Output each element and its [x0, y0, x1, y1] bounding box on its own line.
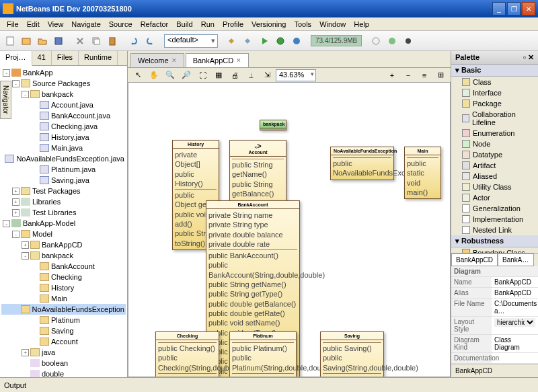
save-all-button[interactable]	[51, 34, 66, 48]
tree-expander[interactable]: -	[12, 231, 20, 238]
menu-source[interactable]: Source	[105, 19, 137, 30]
palette-item[interactable]: Actor	[451, 192, 538, 203]
close-button[interactable]: ✕	[522, 2, 535, 15]
minimize-button[interactable]: _	[492, 2, 506, 15]
build-button[interactable]	[225, 34, 239, 48]
select-tool[interactable]: ↖	[130, 68, 145, 83]
menu-refactor[interactable]: Refactor	[137, 19, 173, 30]
palette-item[interactable]: Interface	[451, 87, 538, 98]
menu-window[interactable]: Window	[315, 19, 350, 30]
editor-tab[interactable]: Welcome✕	[130, 53, 184, 67]
tree-expander[interactable]: +	[12, 188, 20, 195]
palette-item[interactable]: Class	[451, 77, 538, 87]
palette-item[interactable]: Aliased	[451, 171, 538, 182]
tree-node[interactable]: Account.java	[1, 100, 126, 110]
palette-item[interactable]: Generalization	[451, 203, 538, 214]
tree-node[interactable]: +java	[1, 347, 126, 358]
tree-node[interactable]: +BankAppCD	[1, 239, 126, 250]
tree-node[interactable]: Platinum	[1, 315, 126, 325]
memory-indicator[interactable]: 73.4/125.9MB	[311, 35, 362, 46]
zoom-out-tool[interactable]: 🔎	[179, 68, 194, 83]
new-file-button[interactable]	[3, 34, 17, 48]
output-bar[interactable]: Output	[0, 377, 538, 392]
copy-button[interactable]	[89, 34, 104, 48]
tree-node[interactable]: History	[1, 282, 126, 293]
props-value[interactable]: Class Diagram	[492, 335, 538, 352]
menu-build[interactable]: Build	[172, 19, 196, 30]
tool-a-button[interactable]	[369, 34, 383, 48]
open-button[interactable]	[35, 34, 50, 48]
tree-node[interactable]: Checking.java	[1, 121, 126, 132]
diagram-canvas[interactable]: bankpackprivateHistoryprivate Object[]pu…	[128, 82, 451, 377]
overview-tool[interactable]: ▦	[211, 68, 226, 83]
zoom-out-icon[interactable]: −	[401, 68, 416, 83]
menu-run[interactable]: Run	[197, 19, 219, 30]
tree-expander[interactable]: -	[22, 91, 29, 98]
palette-section[interactable]: ▾ Robustness	[451, 235, 538, 247]
tree-node[interactable]: Account	[1, 336, 126, 347]
tree-node[interactable]: Saving	[1, 325, 126, 336]
redo-button[interactable]	[143, 34, 157, 48]
tree-expander[interactable]: -	[12, 80, 20, 87]
palette-item[interactable]: Utility Class	[451, 182, 538, 192]
editor-tab[interactable]: BankAppCD✕	[186, 53, 249, 67]
tree-expander[interactable]: +	[12, 209, 20, 217]
tree-node[interactable]: BankAccount.java	[1, 110, 126, 121]
new-project-button[interactable]	[19, 34, 34, 48]
paste-button[interactable]	[105, 34, 120, 48]
tree-node[interactable]: NoAvailableFundsException	[1, 304, 126, 315]
menu-versioning[interactable]: Versioning	[247, 19, 290, 30]
maximize-button[interactable]: ❐	[507, 2, 521, 15]
uml-class[interactable]: Mainpublic static void main()	[404, 147, 441, 199]
palette-item[interactable]: Datatype	[451, 149, 538, 160]
uml-class[interactable]: NoAvailableFundsExceptionpublic NoAvaila…	[330, 147, 394, 180]
tree-node[interactable]: BankAccount	[1, 261, 126, 272]
zoom-in-tool[interactable]: 🔍	[163, 68, 178, 83]
tree-node[interactable]: -BankApp-Model	[1, 218, 126, 229]
menu-profile[interactable]: Profile	[219, 19, 247, 30]
fit-tool[interactable]: ⛶	[195, 68, 210, 83]
tree-node[interactable]: -Model	[1, 229, 126, 239]
menu-file[interactable]: File	[3, 19, 23, 30]
tree-node[interactable]: +Libraries	[1, 196, 126, 207]
zoom-combo[interactable]: 43.63%	[276, 69, 316, 81]
tree-node[interactable]: +Test Packages	[1, 186, 126, 196]
uml-association[interactable]	[196, 130, 273, 141]
props-select[interactable]: hierarchical	[494, 318, 535, 327]
tree-expander[interactable]: -	[3, 69, 10, 77]
palette-section[interactable]: ▾ Basic	[451, 65, 538, 77]
relation-tool[interactable]: ⟂	[243, 68, 258, 83]
config-combo[interactable]: <default>	[164, 34, 218, 48]
tree-expander[interactable]: -	[22, 252, 29, 260]
menu-tools[interactable]: Tools	[290, 19, 315, 30]
uml-association[interactable]	[258, 130, 273, 141]
tool-b-button[interactable]	[385, 34, 399, 48]
props-value[interactable]: C:\Documents a…	[492, 299, 538, 316]
tree-node[interactable]: -bankpack	[1, 89, 126, 100]
clean-build-button[interactable]	[241, 34, 256, 48]
palette-close-icon[interactable]: ▫ ✕	[523, 53, 534, 62]
menu-navigate[interactable]: Navigate	[67, 19, 104, 30]
undo-button[interactable]	[126, 34, 141, 48]
tab-close-icon[interactable]: ✕	[171, 57, 177, 64]
palette-item[interactable]: Collaboration Lifeline	[451, 109, 538, 128]
cut-button[interactable]	[73, 34, 87, 48]
tree-node[interactable]: History.java	[1, 132, 126, 143]
project-tree[interactable]: -BankApp-Source Packages-bankpackAccount…	[0, 66, 127, 377]
props-value[interactable]: BankAppCD	[492, 277, 538, 287]
zoom-in-icon[interactable]: +	[385, 68, 399, 83]
run-button[interactable]	[257, 34, 272, 48]
palette-item[interactable]: Artifact	[451, 160, 538, 171]
tree-node[interactable]: -bankpack	[1, 250, 126, 261]
tab-close-icon[interactable]: ✕	[236, 57, 241, 64]
palette-item[interactable]: Enumeration	[451, 128, 538, 139]
tree-node[interactable]: +Test Libraries	[1, 207, 126, 218]
tree-node[interactable]: NoAvailableFundsException.java	[1, 153, 126, 164]
props-tab[interactable]: BankA…	[498, 253, 533, 266]
tree-expander[interactable]: +	[22, 349, 29, 356]
menu-edit[interactable]: Edit	[23, 19, 44, 30]
palette-item[interactable]: Nested Link	[451, 225, 538, 235]
layout-tool[interactable]: ⊞	[433, 68, 448, 83]
tree-node[interactable]: double	[1, 368, 126, 377]
tree-node[interactable]: boolean	[1, 358, 126, 368]
